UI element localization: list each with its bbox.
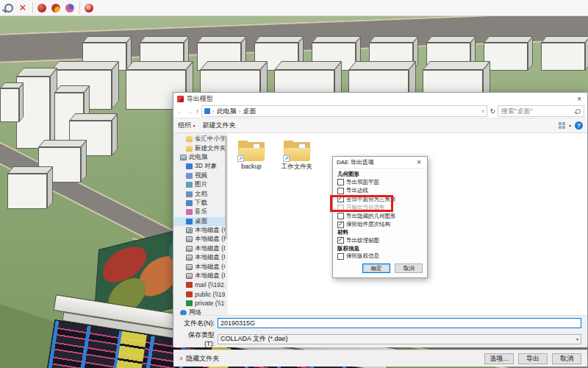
export-button[interactable]: 导出	[518, 353, 548, 364]
sidebar-item--[interactable]: 金汇中小学效果^	[173, 135, 225, 144]
sidebar-item--e-[interactable]: 本地磁盘 (E:)	[173, 244, 225, 253]
building-roof	[541, 36, 588, 43]
footer-fields: 文件名(N): 20190315G 保存类型(T): COLLADA 文件 (*…	[173, 315, 587, 347]
breadcrumb-item[interactable]: 此电脑	[217, 107, 237, 116]
back-icon[interactable]: ←	[176, 107, 184, 116]
sidebar-item-label: private (\\192.	[195, 300, 225, 307]
hide-folders-caret-icon: ∧	[179, 355, 183, 361]
building-roof	[369, 36, 419, 43]
sidebar-item-label: 此电脑	[189, 153, 208, 162]
organize-label: 组织	[178, 121, 191, 129]
checkbox-unchecked-icon[interactable]	[337, 253, 344, 260]
orbit-icon[interactable]	[35, 1, 49, 15]
sidebar-item--[interactable]: 新建文件夹	[173, 144, 225, 152]
sidebar-item-mail-192-168[interactable]: mail (\\192.168	[173, 280, 225, 289]
sidebar-item--[interactable]: 图片	[173, 180, 225, 189]
checkbox-unchecked-icon[interactable]	[337, 213, 344, 219]
building-roof	[426, 36, 476, 43]
sidebar-item--h-[interactable]: 本地磁盘 (H:)	[173, 272, 225, 280]
netdrive-red-icon	[186, 291, 193, 297]
address-dropdown-icon[interactable]: ˅	[481, 109, 484, 114]
building-roof	[348, 61, 416, 70]
view-caret-icon[interactable]: ▾	[569, 123, 571, 128]
sidebar-item-label: public (\\192.1	[195, 291, 225, 298]
search-input[interactable]: 搜索"桌面"	[498, 105, 584, 117]
view-grid-icon[interactable]	[559, 122, 565, 129]
sidebar-item-label: 本地磁盘 (E:)	[195, 244, 225, 253]
sidebar-scrollbar[interactable]	[225, 133, 228, 315]
sidebar-item--[interactable]: 桌面	[173, 217, 225, 226]
building-roof	[82, 36, 132, 43]
pan-icon[interactable]	[49, 1, 62, 15]
sidebar-item-public-192-1[interactable]: public (\\192.1	[173, 290, 225, 299]
hide-folders-button[interactable]: ∧ 隐藏文件夹	[179, 354, 219, 364]
massing-building	[541, 36, 588, 71]
shortcut-arrow-icon: ↗	[283, 155, 290, 162]
dae-option-row: 导出纹理贴图	[337, 236, 423, 245]
up-icon[interactable]: ↑	[196, 107, 199, 116]
filename-input[interactable]: 20190315G	[218, 318, 581, 328]
sidebar-item--c-[interactable]: 本地磁盘 (C:)	[173, 226, 225, 235]
sidebar-item--[interactable]: 文档	[173, 189, 225, 198]
organize-caret-icon: ▾	[193, 124, 196, 128]
sidebar-item--[interactable]: 网络	[173, 308, 225, 315]
sidebar-item--[interactable]: 视频	[173, 171, 225, 180]
folder-tile[interactable]: ↗工作文件夹	[278, 141, 316, 171]
dae-body: 几何图形导出双面平面导出边线全部平面分为三角形只输出当前选集导出隐藏的几何图形保…	[333, 169, 427, 261]
building-side	[19, 83, 24, 122]
position-camera-icon[interactable]	[63, 1, 76, 15]
checkbox-unchecked-icon[interactable]	[337, 179, 344, 185]
options-button[interactable]: 选项...	[484, 353, 514, 364]
building-roof	[38, 140, 87, 147]
disk-icon	[186, 236, 193, 242]
dae-option-label: 全部平面分为三角形	[346, 196, 396, 203]
app-toolbar: ✕	[0, 0, 588, 16]
sidebar-item--[interactable]: 此电脑	[173, 153, 225, 162]
folder-name: 工作文件夹	[282, 163, 313, 171]
refresh-icon[interactable]: ↻	[490, 107, 495, 115]
breadcrumb[interactable]: ›此电脑›桌面 ˅	[201, 105, 487, 117]
checkbox-unchecked-icon[interactable]	[337, 188, 344, 194]
position-camera-glyph	[65, 4, 74, 13]
dialog-titlebar[interactable]: 导出模型 ×	[173, 93, 587, 105]
sidebar-item-3d-[interactable]: 3D 对象	[173, 162, 225, 171]
orbit-glyph	[37, 4, 46, 13]
sidebar-item-private-192-[interactable]: private (\\192.	[173, 299, 225, 308]
dae-cancel-button[interactable]: 取消	[395, 263, 423, 273]
building-roof	[200, 61, 268, 70]
video-icon	[186, 173, 193, 179]
look-around-icon[interactable]	[82, 1, 96, 15]
dae-titlebar[interactable]: DAE 导出选项 ×	[333, 157, 427, 169]
ok-button[interactable]: 确定	[362, 263, 390, 273]
close-icon[interactable]: ×	[575, 95, 584, 103]
massing-building	[0, 82, 25, 122]
sidebar-item--[interactable]: 下载	[173, 199, 225, 208]
sidebar-tree: 金汇中小学效果^新建文件夹此电脑3D 对象视频图片文档下载音乐桌面本地磁盘 (C…	[173, 133, 225, 315]
help-button[interactable]: ?	[575, 121, 583, 130]
dae-close-icon[interactable]: ×	[415, 158, 423, 166]
sidebar-item-label: 本地磁盘 (F:)	[195, 253, 225, 262]
zoom-extents-icon[interactable]: ✕	[16, 1, 29, 15]
sketchup-window: ✕ 导出模型 × ← →	[0, 0, 588, 368]
breadcrumb-item[interactable]: 桌面	[243, 107, 256, 116]
checkbox-checked-icon[interactable]	[337, 196, 344, 202]
cancel-button[interactable]: 取消	[552, 353, 581, 364]
forward-icon[interactable]: →	[186, 107, 193, 116]
organize-button[interactable]: 组织 ▾	[178, 121, 196, 130]
building-side	[585, 37, 588, 71]
dae-section-heading: 材料	[337, 229, 423, 236]
savetype-select[interactable]: COLLADA 文件 (*.dae) ▾	[218, 334, 581, 344]
folder-tile[interactable]: ↗backup	[232, 141, 270, 170]
zoom-icon[interactable]	[2, 1, 15, 15]
sidebar-item--g-[interactable]: 本地磁盘 (G:)	[173, 262, 225, 271]
savetype-dropdown-icon: ▾	[576, 336, 578, 342]
dae-option-label: 导出双面平面	[346, 179, 379, 186]
checkbox-checked-icon[interactable]	[337, 237, 344, 244]
search-placeholder: 搜索"桌面"	[501, 107, 576, 116]
folder-icon: ↗	[238, 141, 265, 161]
sidebar-item--[interactable]: 音乐	[173, 208, 225, 216]
sidebar-item--d-[interactable]: 本地磁盘 (D:)	[173, 235, 225, 244]
sidebar-item--f-[interactable]: 本地磁盘 (F:)	[173, 253, 225, 262]
checkbox-checked-icon[interactable]	[337, 222, 344, 228]
new-folder-button[interactable]: 新建文件夹	[203, 121, 236, 130]
